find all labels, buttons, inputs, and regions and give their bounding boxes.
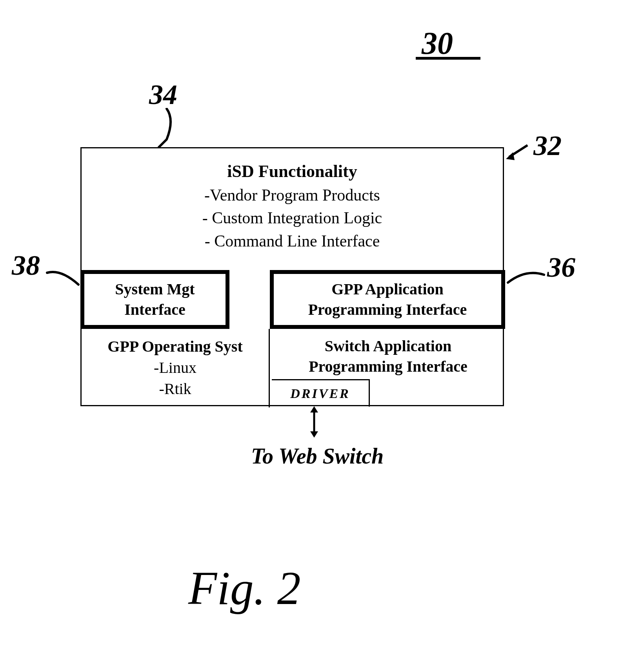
leader-32 xyxy=(506,141,529,165)
ref-label-38: 38 xyxy=(12,249,40,282)
isd-functionality-block: iSD Functionality -Vendor Program Produc… xyxy=(82,148,503,270)
isd-line3: - Command Line Interface xyxy=(82,230,503,253)
bidirectional-arrow-icon xyxy=(308,406,320,438)
leader-38 xyxy=(45,267,80,294)
ref-30-underline xyxy=(416,57,480,60)
sysmgt-line1: System Mgt xyxy=(84,279,226,299)
driver-block: DRIVER xyxy=(272,379,370,407)
ref-label-32: 32 xyxy=(533,130,562,162)
sysmgt-line2: Interface xyxy=(84,299,226,320)
driver-label: DRIVER xyxy=(290,386,350,401)
system-mgt-interface-block: System Mgt Interface xyxy=(80,270,229,329)
gppos-head: GPP Operating Syst xyxy=(82,336,269,357)
switchapi-line1: Switch Application xyxy=(271,336,505,356)
leader-34 xyxy=(155,108,194,147)
system-stack-box: iSD Functionality -Vendor Program Produc… xyxy=(80,147,504,406)
gppapi-line2: Programming Interface xyxy=(274,299,501,320)
isd-line1: -Vendor Program Products xyxy=(82,184,503,207)
gppos-line2: -Rtik xyxy=(82,378,269,400)
isd-line2: - Custom Integration Logic xyxy=(82,206,503,230)
ref-label-30: 30 xyxy=(422,26,453,61)
gpp-os-block: GPP Operating Syst -Linux -Rtik xyxy=(82,329,270,407)
ref-label-36: 36 xyxy=(547,251,575,284)
isd-title: iSD Functionality xyxy=(82,159,503,184)
leader-36 xyxy=(506,267,545,290)
figure-caption: Fig. 2 xyxy=(188,561,301,615)
gppos-line1: -Linux xyxy=(82,357,269,378)
to-web-switch-label: To Web Switch xyxy=(251,444,384,469)
gppapi-line1: GPP Application xyxy=(274,279,501,299)
switchapi-line2: Programming Interface xyxy=(271,356,505,377)
gpp-api-block: GPP Application Programming Interface xyxy=(270,270,505,329)
ref-label-34: 34 xyxy=(149,78,177,111)
